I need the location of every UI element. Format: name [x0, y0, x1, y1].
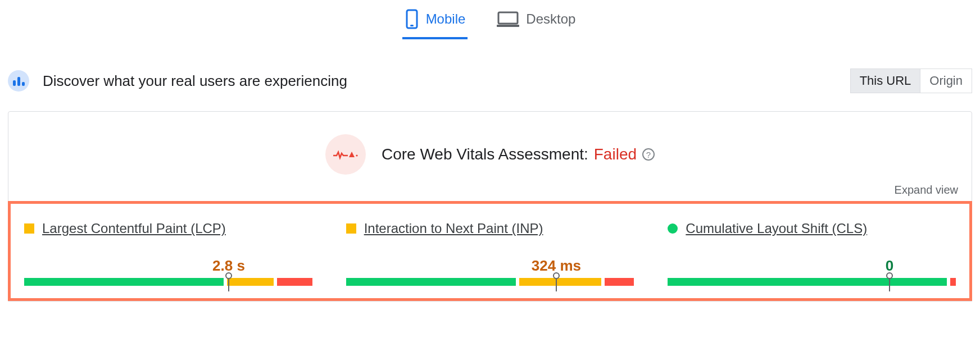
metric-cls: Cumulative Layout Shift (CLS) 0: [668, 221, 956, 286]
bar-segment-good: [24, 278, 224, 286]
bar-chart-icon: [8, 70, 29, 92]
metric-lcp-name[interactable]: Largest Contentful Paint (LCP): [42, 221, 226, 236]
bar-marker: [225, 272, 232, 291]
status-square-icon: [346, 223, 356, 234]
metric-cls-bar: [668, 278, 956, 286]
expand-view-link[interactable]: Expand view: [895, 184, 958, 196]
svg-marker-4: [349, 152, 355, 157]
assessment-label: Core Web Vitals Assessment:: [382, 145, 588, 163]
metric-lcp: Largest Contentful Paint (LCP) 2.8 s: [24, 221, 312, 286]
metric-lcp-header: Largest Contentful Paint (LCP): [24, 221, 312, 236]
tab-desktop[interactable]: Desktop: [494, 6, 578, 39]
status-square-icon: [24, 223, 34, 234]
metric-cls-name[interactable]: Cumulative Layout Shift (CLS): [686, 221, 867, 236]
device-tabs: Mobile Desktop: [0, 6, 980, 46]
svg-rect-2: [498, 12, 518, 24]
bar-marker: [886, 272, 893, 291]
metric-inp-bar: [346, 278, 634, 286]
scope-this-url-button[interactable]: This URL: [851, 69, 920, 93]
svg-point-5: [356, 154, 357, 156]
vitals-card: Core Web Vitals Assessment: Failed ? Exp…: [8, 111, 972, 302]
assessment-status: Failed: [594, 145, 637, 163]
bar-segment-poor: [277, 278, 312, 286]
bar-segment-good: [346, 278, 516, 286]
metric-cls-value-row: 0: [668, 258, 956, 275]
page-title: Discover what your real users are experi…: [43, 72, 347, 90]
metric-lcp-value-row: 2.8 s: [24, 258, 312, 275]
bar-segment-poor: [605, 278, 634, 286]
metric-inp-name[interactable]: Interaction to Next Paint (INP): [364, 221, 543, 236]
mobile-icon: [405, 9, 419, 29]
section-header: Discover what your real users are experi…: [0, 46, 980, 111]
header-left: Discover what your real users are experi…: [8, 70, 347, 92]
bar-marker: [553, 272, 560, 291]
scope-toggle: This URL Origin: [850, 69, 972, 93]
metrics-highlight-box: Largest Contentful Paint (LCP) 2.8 s Int…: [8, 201, 972, 301]
assessment-row: Core Web Vitals Assessment: Failed ?: [8, 134, 972, 175]
tab-mobile[interactable]: Mobile: [402, 6, 468, 39]
metric-inp-value-row: 324 ms: [346, 258, 634, 275]
vitals-status-icon: [325, 134, 366, 175]
bar-segment-needs-improvement: [519, 278, 601, 286]
tab-mobile-label: Mobile: [426, 11, 466, 27]
bar-segment-needs-improvement: [227, 278, 274, 286]
metric-inp: Interaction to Next Paint (INP) 324 ms: [346, 221, 634, 286]
desktop-icon: [497, 11, 519, 28]
metric-inp-header: Interaction to Next Paint (INP): [346, 221, 634, 236]
expand-view-row: Expand view: [8, 175, 972, 201]
help-icon[interactable]: ?: [642, 148, 655, 161]
status-dot-icon: [668, 223, 678, 234]
scope-origin-button[interactable]: Origin: [920, 69, 972, 93]
metric-lcp-bar: [24, 278, 312, 286]
assessment-text: Core Web Vitals Assessment: Failed ?: [382, 145, 655, 163]
svg-rect-3: [497, 25, 519, 27]
svg-rect-1: [410, 25, 414, 26]
tab-desktop-label: Desktop: [526, 11, 575, 27]
metric-cls-header: Cumulative Layout Shift (CLS): [668, 221, 956, 236]
bar-segment-good: [668, 278, 946, 286]
bar-segment-poor: [950, 278, 956, 286]
